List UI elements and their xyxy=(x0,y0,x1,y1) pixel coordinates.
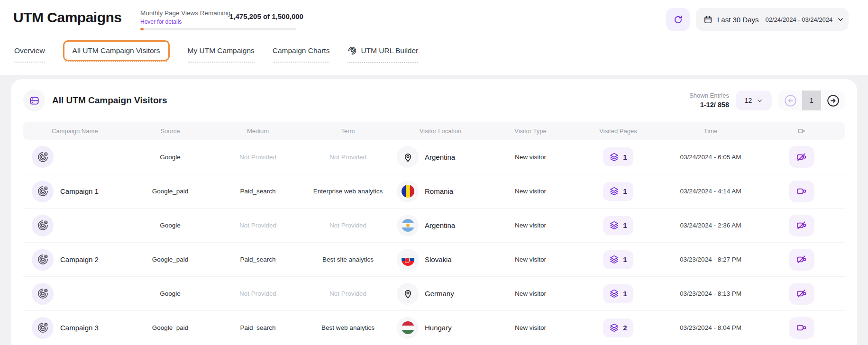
term-value: Not Provided xyxy=(303,290,393,297)
visited-pages-badge[interactable]: 1 xyxy=(603,216,633,235)
table-row[interactable]: Campaign 1 Google_paid Paid_search Enter… xyxy=(23,174,845,208)
location-icon xyxy=(397,181,419,202)
campaign-name: Campaign 3 xyxy=(60,324,99,332)
visitors-panel: All UTM Campaign Visitors Shown Entries … xyxy=(11,79,857,345)
visited-pages-count: 1 xyxy=(623,187,627,195)
chevron-down-icon xyxy=(837,16,844,23)
table-body: Google Not Provided Not Provided Argenti… xyxy=(23,140,845,345)
country-flag-icon xyxy=(402,219,414,232)
pagination: 1 xyxy=(778,91,845,110)
recording-button[interactable] xyxy=(789,181,814,202)
recording-button[interactable] xyxy=(789,249,814,271)
refresh-button[interactable] xyxy=(666,8,690,31)
video-off-icon xyxy=(796,254,807,265)
prev-page-button[interactable] xyxy=(778,91,802,110)
video-off-icon xyxy=(796,288,807,299)
term-value: Best site analytics xyxy=(303,256,393,263)
page-views-value: 1,475,205 of 1,500,000 xyxy=(229,12,303,20)
table-row[interactable]: Google Not Provided Not Provided Argenti… xyxy=(23,140,845,174)
page-title: UTM Campaigns xyxy=(13,9,122,26)
visitor-type-value: New visitor xyxy=(488,256,573,263)
tab-utm-url-builder[interactable]: UTM URL Builder xyxy=(347,46,418,55)
location-icon xyxy=(397,215,419,236)
term-value: Not Provided xyxy=(303,222,393,229)
source-value: Google_paid xyxy=(128,324,213,331)
table-row[interactable]: Google Not Provided Not Provided Germany… xyxy=(23,276,845,310)
visited-pages-count: 1 xyxy=(623,153,627,161)
table-row[interactable]: Google Not Provided Not Provided Argenti… xyxy=(23,208,845,242)
table-data-icon xyxy=(23,90,45,111)
term-value: Not Provided xyxy=(303,154,393,161)
campaign-target-icon xyxy=(32,215,54,236)
col-visitor-location: Visitor Location xyxy=(393,127,488,135)
map-pin-icon xyxy=(402,152,413,163)
recording-button[interactable] xyxy=(789,146,814,168)
country-flag-icon xyxy=(402,253,414,266)
time-value: 03/24/2024 - 4:14 AM xyxy=(663,188,758,195)
country-flag-icon xyxy=(402,185,414,198)
visited-pages-badge[interactable]: 1 xyxy=(603,147,633,166)
table-row[interactable]: Campaign 3 Google_paid Paid_search Best … xyxy=(23,310,845,345)
current-page-indicator[interactable]: 1 xyxy=(802,91,821,110)
medium-value: Paid_search xyxy=(213,188,303,195)
time-value: 03/23/2024 - 8:13 PM xyxy=(663,290,758,297)
medium-value: Not Provided xyxy=(213,154,303,161)
time-value: 03/24/2024 - 6:05 AM xyxy=(663,154,758,161)
location-name: Argentina xyxy=(425,221,455,229)
utm-builder-icon xyxy=(347,46,357,55)
visited-pages-badge[interactable]: 1 xyxy=(603,182,633,201)
video-off-icon xyxy=(796,152,807,163)
col-recording xyxy=(758,127,845,135)
location-icon xyxy=(397,283,419,305)
table-row[interactable]: Campaign 2 Google_paid Paid_search Best … xyxy=(23,242,845,276)
source-value: Google xyxy=(128,290,213,297)
layers-icon xyxy=(609,289,619,299)
location-name: Romania xyxy=(425,187,453,195)
source-value: Google xyxy=(128,154,213,161)
map-pin-icon xyxy=(402,288,413,299)
tab-utm-url-builder-label: UTM URL Builder xyxy=(361,46,418,55)
location-name: Slovakia xyxy=(425,255,452,263)
video-icon xyxy=(796,186,807,197)
visited-pages-badge[interactable]: 2 xyxy=(603,318,633,337)
recording-button[interactable] xyxy=(789,317,814,339)
campaign-target-icon xyxy=(32,283,54,305)
tab-campaign-charts[interactable]: Campaign Charts xyxy=(273,46,330,55)
video-icon xyxy=(796,322,807,333)
medium-value: Not Provided xyxy=(213,222,303,229)
arrow-left-circle-icon xyxy=(784,94,797,107)
page-views-progressbar xyxy=(140,28,296,30)
tab-all-utm-campaign-visitors[interactable]: All UTM Campaign Visitors xyxy=(63,40,170,61)
hover-for-details-link[interactable]: Hover for details xyxy=(140,18,182,25)
visitor-type-value: New visitor xyxy=(488,222,573,229)
date-range-picker[interactable]: Last 30 Days 02/24/2024 - 03/24/2024 xyxy=(696,8,849,31)
term-value: Best web analytics xyxy=(303,324,393,331)
campaign-target-icon xyxy=(32,146,54,168)
tab-my-utm-campaigns[interactable]: My UTM Campaigns xyxy=(188,46,255,55)
location-name: Hungary xyxy=(425,324,452,332)
tab-overview[interactable]: Overview xyxy=(14,46,45,55)
tab-bar: Overview All UTM Campaign Visitors My UT… xyxy=(14,39,418,63)
shown-entries-value: 1-12/ 858 xyxy=(689,100,729,109)
shown-entries-label: Shown Entries xyxy=(689,92,729,100)
layers-icon xyxy=(609,254,619,264)
col-time: Time xyxy=(663,127,758,135)
campaign-target-icon xyxy=(32,317,54,339)
page-size-dropdown[interactable]: 12 xyxy=(736,91,772,110)
col-visitor-type: Visitor Type xyxy=(488,127,573,135)
visited-pages-badge[interactable]: 1 xyxy=(603,284,633,303)
page-views-progress-fill xyxy=(140,28,144,30)
visited-pages-count: 1 xyxy=(623,290,627,298)
visitor-type-value: New visitor xyxy=(488,324,573,331)
medium-value: Paid_search xyxy=(213,256,303,263)
col-source: Source xyxy=(128,127,213,135)
panel-header: All UTM Campaign Visitors Shown Entries … xyxy=(23,90,845,111)
recording-button[interactable] xyxy=(789,283,814,305)
visitor-type-value: New visitor xyxy=(488,154,573,161)
visited-pages-badge[interactable]: 1 xyxy=(603,250,633,269)
col-visited-pages: Visited Pages xyxy=(573,127,663,135)
next-page-button[interactable] xyxy=(821,91,845,110)
location-icon xyxy=(397,146,419,168)
campaign-target-icon xyxy=(32,249,54,271)
recording-button[interactable] xyxy=(789,215,814,236)
